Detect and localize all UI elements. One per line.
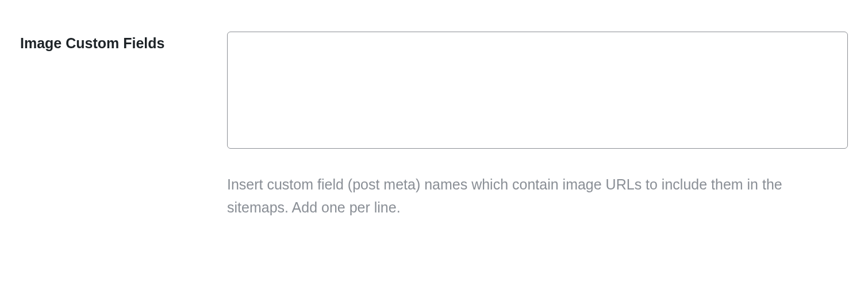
image-custom-fields-label: Image Custom Fields (20, 35, 164, 51)
input-column: Insert custom field (post meta) names wh… (227, 32, 848, 219)
label-column: Image Custom Fields (20, 32, 227, 53)
image-custom-fields-description: Insert custom field (post meta) names wh… (227, 173, 831, 219)
image-custom-fields-textarea[interactable] (227, 32, 848, 149)
image-custom-fields-row: Image Custom Fields Insert custom field … (20, 32, 848, 219)
